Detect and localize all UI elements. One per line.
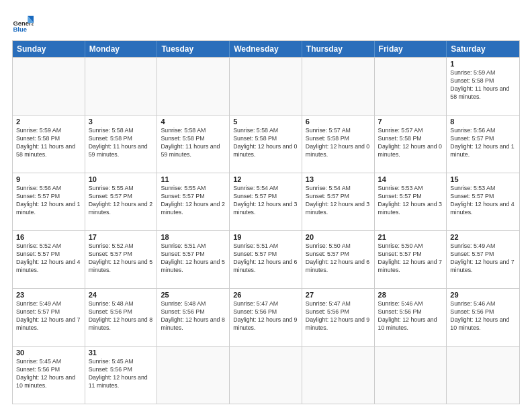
day-number: 11 — [161, 175, 226, 183]
day-number: 4 — [161, 118, 226, 126]
calendar-cell-r1-c6: 8Sunrise: 5:56 AM Sunset: 5:57 PM Daylig… — [447, 116, 519, 173]
calendar-cell-r2-c3: 12Sunrise: 5:54 AM Sunset: 5:57 PM Dayli… — [230, 173, 302, 230]
day-number: 20 — [306, 233, 371, 241]
day-number: 2 — [16, 118, 81, 126]
day-info: Sunrise: 5:54 AM Sunset: 5:57 PM Dayligh… — [233, 185, 298, 217]
day-number: 19 — [233, 233, 298, 241]
day-info: Sunrise: 5:50 AM Sunset: 5:57 PM Dayligh… — [378, 242, 443, 275]
calendar-cell-r4-c4: 27Sunrise: 5:47 AM Sunset: 5:56 PM Dayli… — [302, 289, 375, 346]
day-info: Sunrise: 5:45 AM Sunset: 5:56 PM Dayligh… — [16, 358, 81, 390]
calendar-cell-r1-c0: 2Sunrise: 5:59 AM Sunset: 5:58 PM Daylig… — [13, 116, 85, 173]
day-info: Sunrise: 5:47 AM Sunset: 5:56 PM Dayligh… — [306, 300, 371, 332]
day-number: 27 — [306, 291, 371, 299]
calendar-cell-r2-c5: 14Sunrise: 5:53 AM Sunset: 5:57 PM Dayli… — [375, 173, 447, 230]
calendar-cell-r5-c6 — [447, 347, 519, 404]
logo-icon: General Blue — [12, 12, 34, 34]
day-number: 12 — [233, 175, 298, 183]
calendar-cell-r0-c4 — [302, 58, 375, 115]
calendar-cell-r3-c5: 21Sunrise: 5:50 AM Sunset: 5:57 PM Dayli… — [375, 231, 447, 288]
day-number: 10 — [89, 175, 154, 183]
day-info: Sunrise: 5:56 AM Sunset: 5:57 PM Dayligh… — [450, 127, 516, 159]
day-number: 21 — [378, 233, 443, 241]
day-number: 15 — [450, 175, 516, 183]
header-day-saturday: Saturday — [447, 41, 519, 57]
day-number: 29 — [450, 291, 516, 299]
header-day-sunday: Sunday — [13, 41, 85, 57]
day-number: 9 — [16, 175, 81, 183]
day-info: Sunrise: 5:52 AM Sunset: 5:57 PM Dayligh… — [89, 242, 154, 275]
day-info: Sunrise: 5:53 AM Sunset: 5:57 PM Dayligh… — [378, 185, 443, 217]
calendar-cell-r1-c1: 3Sunrise: 5:58 AM Sunset: 5:58 PM Daylig… — [85, 116, 158, 173]
day-info: Sunrise: 5:50 AM Sunset: 5:57 PM Dayligh… — [306, 242, 371, 275]
day-number: 7 — [378, 118, 443, 126]
day-info: Sunrise: 5:55 AM Sunset: 5:57 PM Dayligh… — [89, 185, 154, 217]
day-number: 6 — [306, 118, 371, 126]
day-info: Sunrise: 5:59 AM Sunset: 5:58 PM Dayligh… — [16, 127, 81, 159]
day-info: Sunrise: 5:51 AM Sunset: 5:57 PM Dayligh… — [161, 242, 226, 275]
calendar-cell-r5-c0: 30Sunrise: 5:45 AM Sunset: 5:56 PM Dayli… — [13, 347, 85, 404]
logo: General Blue — [12, 12, 34, 34]
day-info: Sunrise: 5:59 AM Sunset: 5:58 PM Dayligh… — [450, 69, 516, 101]
calendar-cell-r4-c2: 25Sunrise: 5:48 AM Sunset: 5:56 PM Dayli… — [157, 289, 230, 346]
day-number: 24 — [89, 291, 154, 299]
day-info: Sunrise: 5:46 AM Sunset: 5:56 PM Dayligh… — [450, 300, 516, 332]
day-number: 28 — [378, 291, 443, 299]
day-info: Sunrise: 5:47 AM Sunset: 5:56 PM Dayligh… — [233, 300, 298, 332]
day-number: 8 — [450, 118, 516, 126]
calendar-cell-r3-c4: 20Sunrise: 5:50 AM Sunset: 5:57 PM Dayli… — [302, 231, 375, 288]
calendar-cell-r3-c3: 19Sunrise: 5:51 AM Sunset: 5:57 PM Dayli… — [230, 231, 302, 288]
day-number: 17 — [89, 233, 154, 241]
day-info: Sunrise: 5:53 AM Sunset: 5:57 PM Dayligh… — [450, 185, 516, 217]
day-info: Sunrise: 5:58 AM Sunset: 5:58 PM Dayligh… — [89, 127, 154, 159]
day-info: Sunrise: 5:55 AM Sunset: 5:57 PM Dayligh… — [161, 185, 226, 217]
calendar-cell-r0-c5 — [375, 58, 447, 115]
calendar-cell-r3-c1: 17Sunrise: 5:52 AM Sunset: 5:57 PM Dayli… — [85, 231, 158, 288]
calendar-cell-r2-c4: 13Sunrise: 5:54 AM Sunset: 5:57 PM Dayli… — [302, 173, 375, 230]
calendar-cell-r0-c1 — [85, 58, 158, 115]
day-info: Sunrise: 5:54 AM Sunset: 5:57 PM Dayligh… — [306, 185, 371, 217]
day-info: Sunrise: 5:58 AM Sunset: 5:58 PM Dayligh… — [161, 127, 226, 159]
day-info: Sunrise: 5:48 AM Sunset: 5:56 PM Dayligh… — [89, 300, 154, 332]
calendar-row-4: 23Sunrise: 5:49 AM Sunset: 5:57 PM Dayli… — [13, 288, 519, 346]
calendar-row-5: 30Sunrise: 5:45 AM Sunset: 5:56 PM Dayli… — [13, 346, 519, 404]
calendar-row-2: 9Sunrise: 5:56 AM Sunset: 5:57 PM Daylig… — [13, 173, 519, 230]
calendar-cell-r5-c3 — [230, 347, 302, 404]
day-info: Sunrise: 5:48 AM Sunset: 5:56 PM Dayligh… — [161, 300, 226, 332]
day-number: 30 — [16, 349, 81, 357]
calendar-cell-r0-c3 — [230, 58, 302, 115]
day-info: Sunrise: 5:49 AM Sunset: 5:57 PM Dayligh… — [16, 300, 81, 332]
header-day-thursday: Thursday — [302, 41, 375, 57]
calendar-cell-r0-c6: 1Sunrise: 5:59 AM Sunset: 5:58 PM Daylig… — [447, 58, 519, 115]
header: General Blue — [12, 12, 520, 34]
day-info: Sunrise: 5:57 AM Sunset: 5:58 PM Dayligh… — [306, 127, 371, 159]
calendar-cell-r2-c2: 11Sunrise: 5:55 AM Sunset: 5:57 PM Dayli… — [157, 173, 230, 230]
day-info: Sunrise: 5:56 AM Sunset: 5:57 PM Dayligh… — [16, 185, 81, 217]
calendar-cell-r0-c0 — [13, 58, 85, 115]
day-number: 22 — [450, 233, 516, 241]
calendar: SundayMondayTuesdayWednesdayThursdayFrid… — [12, 40, 520, 404]
calendar-cell-r4-c6: 29Sunrise: 5:46 AM Sunset: 5:56 PM Dayli… — [447, 289, 519, 346]
day-number: 5 — [233, 118, 298, 126]
calendar-cell-r2-c1: 10Sunrise: 5:55 AM Sunset: 5:57 PM Dayli… — [85, 173, 158, 230]
calendar-cell-r1-c3: 5Sunrise: 5:58 AM Sunset: 5:58 PM Daylig… — [230, 116, 302, 173]
calendar-cell-r4-c0: 23Sunrise: 5:49 AM Sunset: 5:57 PM Dayli… — [13, 289, 85, 346]
calendar-cell-r1-c5: 7Sunrise: 5:57 AM Sunset: 5:58 PM Daylig… — [375, 116, 447, 173]
day-info: Sunrise: 5:58 AM Sunset: 5:58 PM Dayligh… — [233, 127, 298, 159]
day-number: 3 — [89, 118, 154, 126]
calendar-row-3: 16Sunrise: 5:52 AM Sunset: 5:57 PM Dayli… — [13, 230, 519, 288]
day-info: Sunrise: 5:49 AM Sunset: 5:57 PM Dayligh… — [450, 242, 516, 275]
day-info: Sunrise: 5:46 AM Sunset: 5:56 PM Dayligh… — [378, 300, 443, 332]
header-day-wednesday: Wednesday — [230, 41, 302, 57]
calendar-cell-r4-c3: 26Sunrise: 5:47 AM Sunset: 5:56 PM Dayli… — [230, 289, 302, 346]
calendar-cell-r2-c0: 9Sunrise: 5:56 AM Sunset: 5:57 PM Daylig… — [13, 173, 85, 230]
day-number: 1 — [450, 60, 516, 68]
calendar-cell-r4-c1: 24Sunrise: 5:48 AM Sunset: 5:56 PM Dayli… — [85, 289, 158, 346]
day-info: Sunrise: 5:57 AM Sunset: 5:58 PM Dayligh… — [378, 127, 443, 159]
calendar-cell-r5-c5 — [375, 347, 447, 404]
day-number: 31 — [89, 349, 154, 357]
calendar-cell-r1-c4: 6Sunrise: 5:57 AM Sunset: 5:58 PM Daylig… — [302, 116, 375, 173]
calendar-row-1: 2Sunrise: 5:59 AM Sunset: 5:58 PM Daylig… — [13, 115, 519, 173]
day-number: 14 — [378, 175, 443, 183]
calendar-row-0: 1Sunrise: 5:59 AM Sunset: 5:58 PM Daylig… — [13, 57, 519, 115]
calendar-cell-r3-c6: 22Sunrise: 5:49 AM Sunset: 5:57 PM Dayli… — [447, 231, 519, 288]
